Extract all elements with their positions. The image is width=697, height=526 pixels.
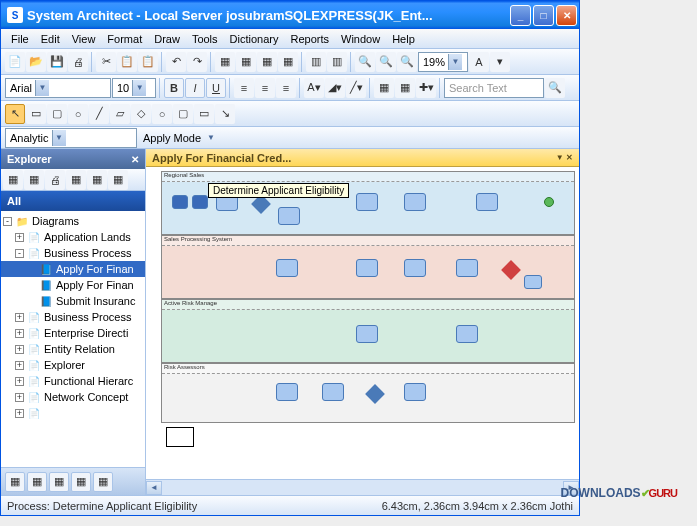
explorer-tree[interactable]: -📁Diagrams +📄Application Lands-📄Business… <box>1 211 145 467</box>
menu-window[interactable]: Window <box>335 31 386 47</box>
bpmn-task[interactable] <box>476 193 498 211</box>
tree-item[interactable]: +📄Functional Hierarc <box>1 373 145 389</box>
rounded-rect-icon[interactable]: ▢ <box>47 104 67 124</box>
tree-item[interactable]: +📄Entity Relation <box>1 341 145 357</box>
search-icon[interactable]: 🔍 <box>545 78 565 98</box>
menu-format[interactable]: Format <box>101 31 148 47</box>
bpmn-task[interactable] <box>404 383 426 401</box>
tree-item[interactable]: +📄 <box>1 405 145 421</box>
shape-icon[interactable]: ▭ <box>194 104 214 124</box>
tool-icon[interactable]: ▾ <box>490 52 510 72</box>
zoom-in-icon[interactable]: 🔍 <box>355 52 375 72</box>
redo-icon[interactable]: ↷ <box>187 52 207 72</box>
save-icon[interactable]: 💾 <box>47 52 67 72</box>
paste-icon[interactable]: 📋 <box>138 52 158 72</box>
menu-draw[interactable]: Draw <box>148 31 186 47</box>
thumbnail-box[interactable] <box>166 427 194 447</box>
font-size-combo[interactable]: 10▼ <box>112 78 156 98</box>
undo-icon[interactable]: ↶ <box>166 52 186 72</box>
bpmn-end[interactable] <box>544 197 554 207</box>
menu-dictionary[interactable]: Dictionary <box>224 31 285 47</box>
tree-item[interactable]: +📄Application Lands <box>1 229 145 245</box>
italic-button[interactable]: I <box>185 78 205 98</box>
diagram-tab[interactable]: Apply For Financial Cred... ▼ ✕ <box>146 149 579 167</box>
ellipse-icon[interactable]: ○ <box>68 104 88 124</box>
chevron-down-icon[interactable]: ▼ <box>448 54 462 70</box>
pointer-icon[interactable]: ↖ <box>5 104 25 124</box>
menu-edit[interactable]: Edit <box>35 31 66 47</box>
fill-color-icon[interactable]: ◢▾ <box>325 78 345 98</box>
maximize-button[interactable]: □ <box>533 5 554 26</box>
tool-icon[interactable]: ▦ <box>3 170 23 190</box>
search-input[interactable]: Search Text <box>444 78 544 98</box>
bpmn-task[interactable] <box>404 193 426 211</box>
close-icon[interactable]: ✕ <box>131 154 139 165</box>
zoom-fit-icon[interactable]: 🔍 <box>397 52 417 72</box>
copy-icon[interactable]: 📋 <box>117 52 137 72</box>
bpmn-start[interactable] <box>172 195 188 209</box>
menu-file[interactable]: File <box>5 31 35 47</box>
tool-icon[interactable]: ▦ <box>236 52 256 72</box>
chevron-down-icon[interactable]: ▼ <box>207 133 215 142</box>
horizontal-scrollbar[interactable]: ◄ ► <box>146 479 579 495</box>
bpmn-task[interactable] <box>276 383 298 401</box>
tool-icon[interactable]: ▦ <box>215 52 235 72</box>
bpmn-task[interactable] <box>456 325 478 343</box>
print-icon[interactable]: 🖨 <box>68 52 88 72</box>
shape-icon[interactable]: ○ <box>152 104 172 124</box>
scroll-left-icon[interactable]: ◄ <box>146 481 162 495</box>
explorer-all-tab[interactable]: All <box>1 191 145 211</box>
tab-icon[interactable]: ▦ <box>5 472 25 492</box>
new-icon[interactable]: 📄 <box>5 52 25 72</box>
cut-icon[interactable]: ✂ <box>96 52 116 72</box>
bpmn-task[interactable] <box>278 207 300 225</box>
tool-icon[interactable]: ▦ <box>24 170 44 190</box>
line-icon[interactable]: ╱ <box>89 104 109 124</box>
bpmn-task[interactable] <box>524 275 542 289</box>
align-center-icon[interactable]: ≡ <box>255 78 275 98</box>
scroll-right-icon[interactable]: ► <box>563 481 579 495</box>
tool-icon[interactable]: ▦ <box>108 170 128 190</box>
bpmn-task[interactable] <box>192 195 208 209</box>
tool-icon[interactable]: ▦ <box>374 78 394 98</box>
tree-item[interactable]: 📘Submit Insuranc <box>1 293 145 309</box>
tool-icon[interactable]: ▦ <box>395 78 415 98</box>
bpmn-task[interactable] <box>356 193 378 211</box>
bpmn-task[interactable] <box>404 259 426 277</box>
tool-icon[interactable]: ▥ <box>306 52 326 72</box>
bpmn-task[interactable] <box>356 259 378 277</box>
bpmn-task[interactable] <box>322 383 344 401</box>
rect-icon[interactable]: ▭ <box>26 104 46 124</box>
shape-icon[interactable]: ▢ <box>173 104 193 124</box>
minimize-button[interactable]: _ <box>510 5 531 26</box>
menu-view[interactable]: View <box>66 31 102 47</box>
tool-icon[interactable]: ▦ <box>66 170 86 190</box>
chevron-down-icon[interactable]: ▼ <box>132 80 146 96</box>
tree-item[interactable]: +📄Enterprise Directi <box>1 325 145 341</box>
menu-reports[interactable]: Reports <box>284 31 335 47</box>
tab-icon[interactable]: ▦ <box>27 472 47 492</box>
close-button[interactable]: ✕ <box>556 5 577 26</box>
font-color-icon[interactable]: A▾ <box>304 78 324 98</box>
tree-item[interactable]: -📄Business Process <box>1 245 145 261</box>
shape-icon[interactable]: ◇ <box>131 104 151 124</box>
diagram-canvas[interactable]: Regional Sales Sales Processing System A… <box>146 167 579 479</box>
zoom-combo[interactable]: 19%▼ <box>418 52 468 72</box>
apply-mode-button[interactable]: Apply Mode <box>137 132 207 144</box>
scheme-combo[interactable]: Analytic▼ <box>5 128 137 148</box>
chevron-down-icon[interactable]: ▼ <box>35 80 49 96</box>
shape-icon[interactable]: ▱ <box>110 104 130 124</box>
tool-icon[interactable]: 🖨 <box>45 170 65 190</box>
zoom-out-icon[interactable]: 🔍 <box>376 52 396 72</box>
bold-button[interactable]: B <box>164 78 184 98</box>
tree-item[interactable]: +📄Explorer <box>1 357 145 373</box>
open-icon[interactable]: 📂 <box>26 52 46 72</box>
tab-icon[interactable]: ▦ <box>93 472 113 492</box>
menu-help[interactable]: Help <box>386 31 421 47</box>
tab-icon[interactable]: ▦ <box>49 472 69 492</box>
underline-button[interactable]: U <box>206 78 226 98</box>
tool-icon[interactable]: ▦ <box>257 52 277 72</box>
font-name-combo[interactable]: Arial▼ <box>5 78 111 98</box>
bpmn-task[interactable] <box>276 259 298 277</box>
align-right-icon[interactable]: ≡ <box>276 78 296 98</box>
